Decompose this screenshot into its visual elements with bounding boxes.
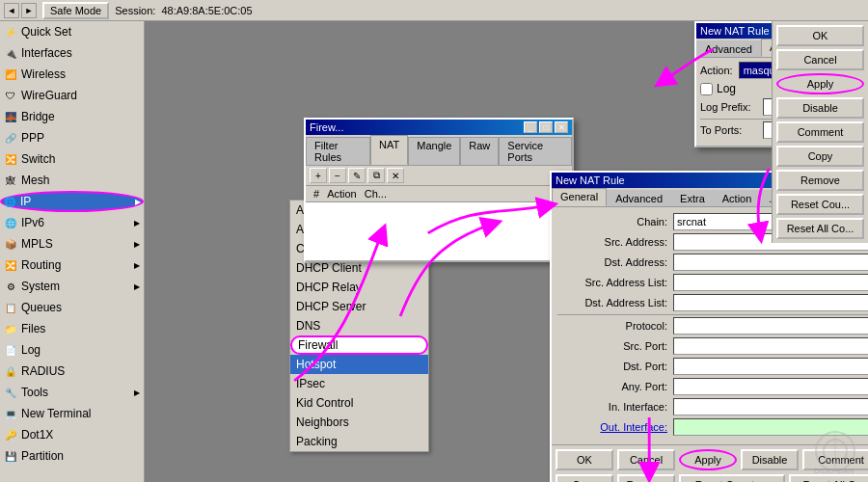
submenu-firewall[interactable]: Firewall — [290, 335, 428, 355]
terminal-icon: 💻 — [4, 407, 17, 420]
submenu-packing[interactable]: Packing — [290, 432, 428, 451]
nat-rule-tab-action[interactable]: Action — [714, 190, 761, 206]
submenu-dhcp-server[interactable]: DHCP Server — [290, 297, 428, 316]
any-port-input[interactable] — [673, 378, 868, 395]
tab-mangle[interactable]: Mangle — [408, 137, 460, 165]
sidebar-item-dot1x[interactable]: 🔑 Dot1X — [0, 424, 144, 445]
submenu-dns[interactable]: DNS — [290, 316, 428, 335]
sidebar-label-bridge: Bridge — [21, 110, 55, 123]
firewall-minimize[interactable]: _ — [524, 121, 537, 133]
nat-rule-tab-general[interactable]: General — [552, 188, 607, 206]
back-icon[interactable]: ◄ — [4, 3, 19, 18]
copy-button[interactable]: Copy — [776, 146, 864, 167]
nat-copy-btn[interactable]: Copy — [556, 474, 613, 482]
src-port-input[interactable] — [673, 337, 868, 355]
submenu-hotspot[interactable]: Hotspot — [290, 355, 428, 374]
nat-apply-btn[interactable]: Apply — [679, 449, 737, 470]
disable-button[interactable]: Disable — [776, 97, 864, 119]
firewall-toolbar: + − ✎ ⧉ ✕ — [306, 166, 572, 186]
sidebar-label-ip: IP — [20, 195, 31, 208]
sidebar-item-log[interactable]: 📄 Log — [0, 339, 144, 361]
src-port-label: Src. Port: — [557, 340, 673, 352]
protocol-input[interactable] — [673, 317, 868, 335]
nat-rule-tab-extra[interactable]: Extra — [671, 190, 714, 206]
nat-ok-btn[interactable]: OK — [556, 449, 613, 470]
submenu-neighbors[interactable]: Neighbors — [290, 413, 428, 432]
forward-icon[interactable]: ► — [21, 3, 37, 18]
sidebar-item-ip[interactable]: 🌐 IP ▶ — [0, 191, 144, 212]
log-label: Log — [717, 82, 736, 95]
tab-service-ports[interactable]: Service Ports — [499, 137, 572, 165]
sidebar-item-partition[interactable]: 💾 Partition — [0, 445, 144, 467]
firewall-close[interactable]: ✕ — [555, 121, 568, 133]
sidebar-label-system: System — [21, 280, 60, 293]
nat-reset-counters-btn[interactable]: Reset Counters — [679, 474, 785, 482]
dst-port-input[interactable] — [673, 358, 868, 375]
close-toolbar-btn[interactable]: ✕ — [387, 168, 404, 183]
src-address-list-row: Src. Address List: ▼ — [557, 274, 868, 291]
edit-btn[interactable]: ✎ — [348, 168, 366, 183]
routing-icon: 🔀 — [4, 258, 17, 272]
dst-address-dropdown: ▼ — [673, 254, 868, 271]
sidebar-item-interfaces[interactable]: 🔌 Interfaces — [0, 42, 144, 64]
log-checkbox[interactable] — [700, 83, 713, 95]
sidebar-item-switch[interactable]: 🔀 Switch — [0, 148, 144, 170]
sidebar-label-tools: Tools — [21, 386, 48, 399]
sidebar-item-mpls[interactable]: 📦 MPLS ▶ — [0, 233, 144, 254]
dst-address-input[interactable] — [673, 254, 868, 271]
dst-port-label: Dst. Port: — [557, 361, 673, 372]
sidebar-item-mesh[interactable]: 🕸 Mesh — [0, 170, 144, 191]
tab-raw[interactable]: Raw — [460, 137, 499, 165]
copy-toolbar-btn[interactable]: ⧉ — [367, 168, 385, 183]
submenu-kid-control[interactable]: Kid Control — [290, 393, 428, 413]
firewall-controls: _ □ ✕ — [524, 121, 568, 133]
sidebar-item-quickset[interactable]: ⚡ Quick Set — [0, 21, 144, 42]
ok-button[interactable]: OK — [776, 25, 864, 46]
sidebar-item-ppp[interactable]: 🔗 PPP — [0, 127, 144, 148]
sidebar-item-bridge[interactable]: 🌉 Bridge — [0, 106, 144, 127]
sidebar-item-ipv6[interactable]: 🌐 IPv6 ▶ — [0, 212, 144, 233]
submenu-ipsec[interactable]: IPsec — [290, 374, 428, 393]
cancel-button[interactable]: Cancel — [776, 49, 864, 70]
apply-button[interactable]: Apply — [776, 73, 864, 94]
sidebar-item-files[interactable]: 📁 Files — [0, 318, 144, 339]
firewall-maximize[interactable]: □ — [539, 121, 553, 133]
col-action: Action — [323, 187, 361, 201]
src-address-list-input[interactable] — [673, 274, 868, 291]
system-icon: ⚙ — [4, 280, 17, 293]
dot1x-icon: 🔑 — [4, 428, 17, 442]
sidebar-item-wireguard[interactable]: 🛡 WireGuard — [0, 85, 144, 106]
nat-remove-btn[interactable]: Remove — [617, 474, 675, 482]
add-btn[interactable]: + — [310, 168, 327, 183]
sidebar-item-routing[interactable]: 🔀 Routing ▶ — [0, 254, 144, 276]
in-interface-input[interactable] — [673, 398, 868, 415]
tab-filter-rules[interactable]: Filter Rules — [306, 137, 370, 165]
remove-btn[interactable]: − — [329, 168, 346, 183]
sidebar-item-tools[interactable]: 🔧 Tools ▶ — [0, 382, 144, 403]
protocol-dropdown: ▼ — [673, 317, 868, 335]
tab-nat[interactable]: NAT — [370, 135, 408, 165]
sidebar-item-wireless[interactable]: 📶 Wireless — [0, 64, 144, 85]
reset-all-button[interactable]: Reset All Co... — [776, 218, 864, 239]
reset-counters-button[interactable]: Reset Cou... — [776, 194, 864, 215]
separator2 — [557, 314, 868, 315]
sidebar-label-ppp: PPP — [21, 131, 44, 145]
submenu-dhcp-relay[interactable]: DHCP Relay — [290, 278, 428, 297]
sidebar-label-wireguard: WireGuard — [21, 89, 77, 102]
sidebar-label-wireless: Wireless — [21, 67, 66, 81]
buttons-panel: OK Cancel Apply Disable Comment Copy Rem… — [772, 21, 868, 243]
nat-rule-tab-advanced[interactable]: Advanced — [607, 190, 671, 206]
comment-button[interactable]: Comment — [776, 121, 864, 143]
sidebar-item-queues[interactable]: 📋 Queues — [0, 297, 144, 318]
firewall-table-body — [306, 202, 572, 260]
nat-top-tab-advanced[interactable]: Advanced — [696, 40, 761, 57]
sidebar-item-radius[interactable]: 🔒 RADIUS — [0, 361, 144, 382]
nat-cancel-btn[interactable]: Cancel — [617, 449, 675, 470]
nat-rule-title: New NAT Rule — [556, 174, 625, 186]
nat-disable-btn[interactable]: Disable — [741, 449, 799, 470]
safe-mode-button[interactable]: Safe Mode — [42, 2, 109, 19]
sidebar-item-terminal[interactable]: 💻 New Terminal — [0, 403, 144, 424]
remove-button[interactable]: Remove — [776, 170, 864, 191]
sidebar-item-system[interactable]: ⚙ System ▶ — [0, 276, 144, 297]
dst-address-list-input[interactable] — [673, 294, 868, 311]
